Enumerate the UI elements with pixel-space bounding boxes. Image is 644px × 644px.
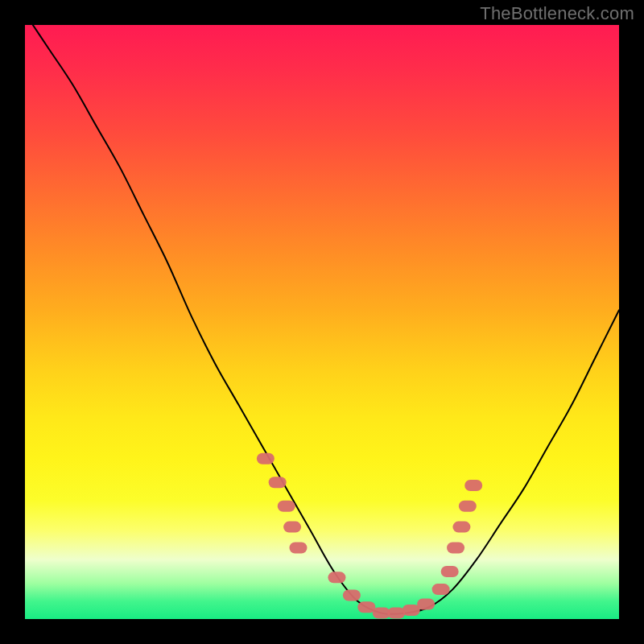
plot-svg	[25, 25, 619, 619]
highlighted-point	[441, 566, 459, 577]
highlighted-point	[432, 584, 450, 595]
highlighted-point	[459, 501, 477, 512]
highlighted-point	[464, 480, 482, 491]
bottleneck-curve	[25, 25, 619, 614]
highlighted-point	[343, 589, 361, 601]
highlighted-point	[278, 501, 295, 512]
highlighted-point	[417, 599, 435, 610]
chart-stage: TheBottleneck.com	[0, 0, 644, 644]
plot-area	[25, 25, 619, 619]
highlighted-point	[289, 542, 307, 553]
highlighted-point	[283, 522, 301, 533]
highlighted-point	[328, 572, 345, 583]
highlighted-point	[402, 605, 420, 616]
highlighted-point	[452, 522, 470, 533]
highlighted-point	[257, 453, 275, 464]
watermark-text: TheBottleneck.com	[480, 3, 634, 24]
highlighted-point	[357, 601, 375, 613]
highlighted-point	[447, 542, 464, 553]
highlighted-point	[269, 477, 287, 488]
